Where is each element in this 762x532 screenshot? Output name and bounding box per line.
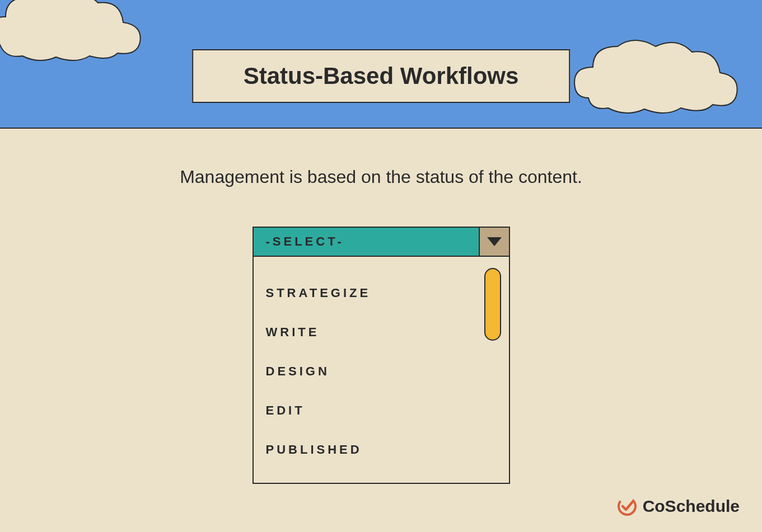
- check-circle-icon: [617, 496, 637, 516]
- sky-header: Status-Based Workflows: [0, 0, 762, 129]
- dropdown-header[interactable]: -SELECT-: [254, 228, 509, 257]
- cloud-icon: [566, 31, 745, 120]
- scrollbar-thumb[interactable]: [484, 268, 501, 341]
- dropdown-option[interactable]: DESIGN: [266, 352, 497, 391]
- dropdown-selected-value: -SELECT-: [254, 228, 479, 256]
- cloud-icon: [0, 0, 151, 67]
- dropdown-option[interactable]: EDIT: [266, 391, 497, 430]
- svg-point-1: [617, 496, 637, 516]
- svg-marker-0: [487, 237, 502, 246]
- brand-logo: CoSchedule: [617, 496, 740, 516]
- dropdown-option[interactable]: STRATEGIZE: [266, 274, 497, 313]
- chevron-down-icon[interactable]: [479, 228, 509, 256]
- page-title: Status-Based Workflows: [192, 49, 571, 103]
- brand-name: CoSchedule: [643, 497, 740, 516]
- dropdown-list: STRATEGIZE WRITE DESIGN EDIT PUBLISHED: [254, 257, 509, 483]
- status-dropdown[interactable]: -SELECT- STRATEGIZE WRITE DESIGN EDIT PU…: [253, 227, 510, 484]
- dropdown-option[interactable]: PUBLISHED: [266, 430, 497, 469]
- description-text: Management is based on the status of the…: [0, 167, 762, 187]
- dropdown-option[interactable]: WRITE: [266, 313, 497, 352]
